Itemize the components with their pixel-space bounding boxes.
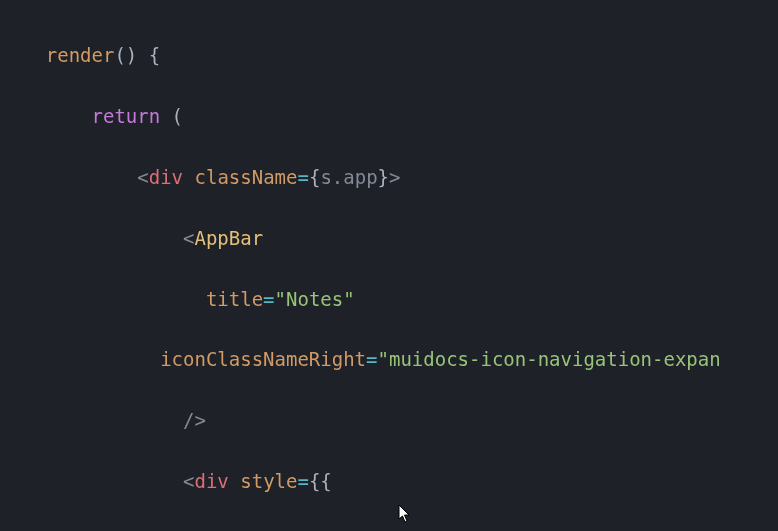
keyword-return: return — [92, 105, 161, 127]
method-name: render — [46, 44, 115, 66]
attr-className: className — [195, 166, 298, 188]
code-editor[interactable]: render() { return ( <div className={s.ap… — [0, 0, 778, 531]
code-line: <div className={s.app}> — [0, 162, 778, 192]
tag-div: div — [149, 166, 183, 188]
code-line: marginTop: 20, — [0, 527, 778, 531]
code-line: render() { — [0, 40, 778, 70]
string-notes: "Notes" — [275, 288, 355, 310]
code-line: <div style={{ — [0, 466, 778, 496]
prop-app: app — [343, 166, 377, 188]
attr-iconClassNameRight: iconClassNameRight — [160, 348, 366, 370]
component-AppBar: AppBar — [194, 227, 263, 249]
attr-title: title — [206, 288, 263, 310]
code-line: title="Notes" — [0, 284, 778, 314]
code-line: <AppBar — [0, 223, 778, 253]
obj-s: s — [320, 166, 331, 188]
code-line: iconClassNameRight="muidocs-icon-navigat… — [0, 344, 778, 374]
attr-style: style — [240, 470, 297, 492]
code-line: /> — [0, 405, 778, 435]
tag-div: div — [194, 470, 228, 492]
string-iconClass: "muidocs-icon-navigation-expan — [378, 348, 721, 370]
code-line: return ( — [0, 101, 778, 131]
